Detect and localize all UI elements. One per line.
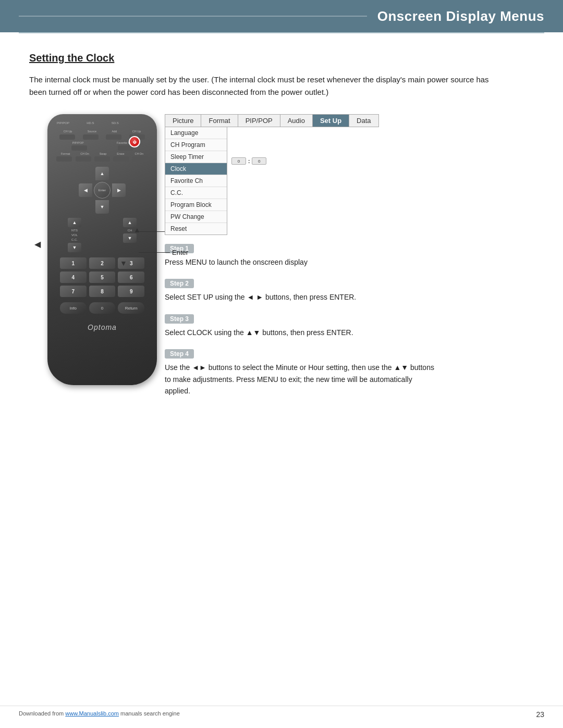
vol-up-btn[interactable]: ▲ <box>68 218 81 227</box>
vol-down-btn[interactable]: ▼ <box>68 243 81 252</box>
page-title: Onscreen Display Menus <box>377 8 544 24</box>
num-1-btn[interactable]: 1 <box>60 257 87 269</box>
swap-label: Swap <box>100 152 107 155</box>
dpad-right-btn[interactable]: ▶ <box>112 183 126 197</box>
add-btn[interactable] <box>106 134 121 140</box>
erase-label: Erase <box>117 152 124 155</box>
tab-data[interactable]: Data <box>349 115 378 127</box>
footer-suffix: manuals search engine <box>120 710 180 717</box>
osd-item-language[interactable]: Language <box>165 127 227 139</box>
dpad: ▲ ▼ ◀ ▶ Enter <box>79 167 126 214</box>
footer-link[interactable]: www.Manualslib.com <box>65 710 119 717</box>
step-2-block: Step 2 Select SET UP using the ◄ ► butto… <box>165 278 436 303</box>
clock-minute: 0 <box>252 157 266 165</box>
page-number: 23 <box>536 710 544 719</box>
osd-item-favorite-ch[interactable]: Favorite Ch <box>165 175 227 187</box>
osd-item-program-block[interactable]: Program Block <box>165 199 227 211</box>
dpad-area: ▲ ▼ ◀ ▶ Enter <box>53 167 152 214</box>
enter-annotation: Enter <box>139 249 188 256</box>
osd-item-clock[interactable]: Clock <box>165 163 227 175</box>
steps-area: Step 1 Press MENU to launch the onscreen… <box>165 243 436 407</box>
pip-pop-label: PIP/POP <box>57 121 69 125</box>
footer-prefix: Downloaded from <box>19 710 65 717</box>
format-btn[interactable] <box>56 156 72 162</box>
step-1-text: Press MENU to launch the onscreen displa… <box>165 256 436 268</box>
dpad-left-btn[interactable]: ◀ <box>79 183 92 197</box>
source-btn[interactable] <box>83 134 99 140</box>
num-7-btn[interactable]: 7 <box>60 286 87 297</box>
ch-up-label: CH Up <box>64 130 72 133</box>
number-pad: 1 2 3 4 5 6 7 8 9 <box>53 255 152 299</box>
osd-items-wrap: Language CH Program Sleep Timer Clock Fa… <box>165 127 379 235</box>
pip-pop2-label: PIP/POP <box>72 141 84 144</box>
osd-item-ch-program[interactable]: CH Program <box>165 139 227 151</box>
num-9-btn[interactable]: 9 <box>118 286 144 297</box>
power-button[interactable]: ⏻ <box>129 136 140 147</box>
enter-label: Enter <box>170 249 188 256</box>
dpad-down-btn[interactable]: ▼ <box>95 200 109 214</box>
optoma-logo: Optoma <box>53 323 152 331</box>
erase-btn[interactable] <box>113 156 129 162</box>
ch-group: ▲ CH ▼ <box>123 218 137 252</box>
page-header: Onscreen Display Menus <box>0 0 563 32</box>
clock-time-display: 0 : 0 <box>231 157 266 165</box>
ch-dn-btn[interactable] <box>76 156 91 162</box>
left-arrow-indicator: ◀ <box>34 239 41 249</box>
num-0-btn[interactable]: 0 <box>89 302 116 314</box>
right-panel: Picture Format PIP/POP Audio Set Up Data… <box>165 114 436 407</box>
ch-dn2-btn[interactable] <box>132 156 148 162</box>
step-3-text: Select CLOCK using the ▲▼ buttons, then … <box>165 327 436 338</box>
num-8-btn[interactable]: 8 <box>89 286 116 297</box>
footer-download-text: Downloaded from www.Manualslib.com manua… <box>19 710 180 719</box>
osd-item-sleep-timer[interactable]: Sleep Timer <box>165 151 227 163</box>
hd-s-label: HD.S <box>87 121 94 125</box>
ch-dn-label: CH Dn <box>80 152 89 155</box>
pip-pop2-btn[interactable] <box>71 145 87 151</box>
vol-ch-area: ▲ NTS VOL C.C. ▼ ▲ CH ▼ <box>53 218 152 252</box>
step-4-block: Step 4 Use the ◄► buttons to select the … <box>165 349 436 397</box>
num-2-btn[interactable]: 2 <box>89 257 116 269</box>
vol-label: VOL <box>71 233 78 237</box>
footer: Downloaded from www.Manualslib.com manua… <box>0 706 563 719</box>
main-content: Setting the Clock The internal clock mus… <box>0 33 563 447</box>
step-3-block: Step 3 Select CLOCK using the ▲▼ buttons… <box>165 314 436 338</box>
tab-pip-pop[interactable]: PIP/POP <box>238 115 280 127</box>
nts-label: NTS <box>71 229 78 232</box>
clock-row: Clock <box>170 165 222 172</box>
ch-up-btn[interactable] <box>59 134 75 140</box>
dpad-up-btn[interactable]: ▲ <box>95 167 109 180</box>
osd-items-list: Language CH Program Sleep Timer Clock Fa… <box>165 127 227 235</box>
dpad-enter-btn[interactable]: Enter <box>94 182 111 199</box>
down-arrow-indicator: ▼ <box>120 259 127 267</box>
ch-nav-label: CH <box>128 229 132 232</box>
section-title: Setting the Clock <box>29 52 534 64</box>
ch-down-nav-btn[interactable]: ▼ <box>123 233 137 243</box>
tab-audio[interactable]: Audio <box>280 115 313 127</box>
bottom-buttons: Info 0 Return <box>53 300 152 316</box>
osd-panel: Picture Format PIP/POP Audio Set Up Data… <box>165 114 379 235</box>
osd-item-pw-change[interactable]: PW Change <box>165 211 227 223</box>
step-1-block: Step 1 Press MENU to launch the onscreen… <box>165 243 436 268</box>
sd-s-label: SD.S <box>112 121 119 125</box>
osd-tabs: Picture Format PIP/POP Audio Set Up Data <box>165 114 379 127</box>
num-4-btn[interactable]: 4 <box>60 272 87 283</box>
osd-item-reset[interactable]: Reset <box>165 223 227 235</box>
tab-format[interactable]: Format <box>201 115 238 127</box>
menu-arrow-up: ▲ <box>133 226 141 234</box>
num-5-btn[interactable]: 5 <box>89 272 116 283</box>
tab-picture[interactable]: Picture <box>165 115 201 127</box>
osd-container: Picture Format PIP/POP Audio Set Up Data… <box>165 114 436 235</box>
swap-btn[interactable] <box>94 156 110 162</box>
info-btn[interactable]: Info <box>60 302 87 314</box>
return-btn[interactable]: Return <box>118 302 144 314</box>
source-label: Source <box>88 130 96 133</box>
clock-separator: : <box>248 158 250 164</box>
tab-setup[interactable]: Set Up <box>313 115 349 127</box>
num-6-btn[interactable]: 6 <box>118 272 144 283</box>
add-label: Add <box>112 130 117 133</box>
ch-dn2-label: CH Dn <box>135 152 144 155</box>
clock-label: Clock <box>170 165 186 172</box>
osd-item-cc[interactable]: C.C. <box>165 187 227 199</box>
cc-label: C.C. <box>71 238 78 241</box>
step-4-text: Use the ◄► buttons to select the Minute … <box>165 362 436 397</box>
